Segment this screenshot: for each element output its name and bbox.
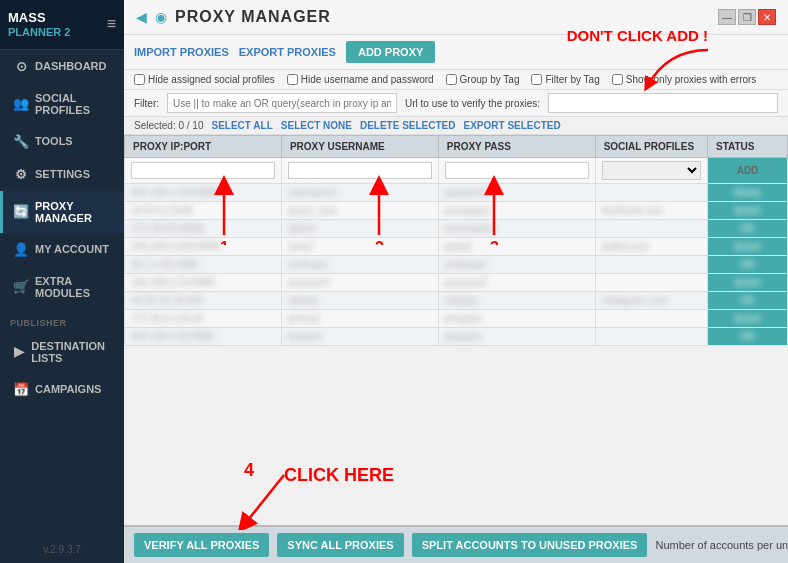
cell-ip: 10.1.1.50:1080	[125, 256, 282, 274]
table-row: 192.168.3.50:8080 lastuser lastpass OK	[125, 328, 788, 346]
sidebar-header: MASS PLANNER 2 ≡	[0, 0, 124, 50]
cell-username: lastuser	[281, 328, 438, 346]
cell-social: facebook.com	[595, 202, 707, 220]
hide-username-checkbox[interactable]	[287, 74, 298, 85]
social-select-cell[interactable]	[595, 158, 707, 184]
tools-icon: 🔧	[13, 134, 29, 149]
ip-input[interactable]	[131, 162, 275, 179]
cell-social	[595, 274, 707, 292]
accounts-label: Number of accounts per unused proxy	[655, 539, 788, 551]
status-cell[interactable]: OK	[708, 328, 788, 346]
status-cell[interactable]: Active	[708, 274, 788, 292]
cell-social	[595, 256, 707, 274]
sidebar-item-settings[interactable]: ⚙ SETTINGS	[0, 158, 124, 191]
status-cell[interactable]: Active	[708, 202, 788, 220]
sidebar-nav: ⊙ DASHBOARD 👥 SOCIAL PROFILES 🔧 TOOLS ⚙ …	[0, 50, 124, 536]
hamburger-menu[interactable]: ≡	[107, 15, 116, 33]
export-selected-link[interactable]: EXPORT SELECTED	[464, 120, 561, 131]
cell-pass: sockpass	[438, 256, 595, 274]
cell-pass: securepass	[438, 220, 595, 238]
import-proxies-link[interactable]: IMPORT PROXIES	[134, 46, 229, 58]
page-title: PROXY MANAGER	[175, 8, 331, 26]
add-row-button[interactable]: ADD	[708, 158, 788, 184]
select-all-link[interactable]: SELECT ALL	[212, 120, 273, 131]
status-cell[interactable]: OK	[708, 220, 788, 238]
split-accounts-button[interactable]: SPLIT ACCOUNTS TO UNUSED PROXIES	[412, 533, 648, 557]
social-select[interactable]	[602, 161, 701, 180]
option-show-only-errors[interactable]: Show only proxies with errors	[612, 74, 757, 85]
verify-all-button[interactable]: VERIFY ALL PROXIES	[134, 533, 269, 557]
show-only-errors-checkbox[interactable]	[612, 74, 623, 85]
table-row: 192.168.0.200:9090 user2 pass2 twitter.c…	[125, 238, 788, 256]
hide-assigned-checkbox[interactable]	[134, 74, 145, 85]
proxy-manager-icon: 🔄	[13, 204, 29, 219]
status-cell[interactable]: OK	[708, 292, 788, 310]
sidebar-item-proxy-manager[interactable]: 🔄 PROXY MANAGER	[0, 191, 124, 233]
delete-selected-link[interactable]: DELETE SELECTED	[360, 120, 456, 131]
status-cell[interactable]: OK	[708, 256, 788, 274]
status-cell[interactable]: Active	[708, 238, 788, 256]
my-account-icon: 👤	[13, 242, 29, 257]
bottom-bar: VERIFY ALL PROXIES SYNC ALL PROXIES SPLI…	[124, 525, 788, 563]
cell-username: user2	[281, 238, 438, 256]
cell-ip: 10.10.10.10:443	[125, 292, 282, 310]
main-content: ◀ ◉ PROXY MANAGER — ❐ ✕ DON'T CLICK ADD …	[124, 0, 788, 563]
pass-input-cell[interactable]	[438, 158, 595, 184]
sidebar-item-tools[interactable]: 🔧 TOOLS	[0, 125, 124, 158]
publisher-section-label: PUBLISHER	[0, 308, 124, 331]
ip-input-cell[interactable]	[125, 158, 282, 184]
select-none-link[interactable]: SELECT NONE	[281, 120, 352, 131]
export-proxies-link[interactable]: EXPORT PROXIES	[239, 46, 336, 58]
input-row: ADD	[125, 158, 788, 184]
filter-url-input[interactable]: http://www.bing.com/	[548, 93, 778, 113]
app-version: v.2.9.3.7	[0, 536, 124, 563]
nav-back-icon[interactable]: ◀	[136, 9, 147, 25]
sidebar-item-destination-lists[interactable]: ▶ DESTINATION LISTS	[0, 331, 124, 373]
sidebar-item-my-account[interactable]: 👤 MY ACCOUNT	[0, 233, 124, 266]
group-by-tag-checkbox[interactable]	[446, 74, 457, 85]
filter-input[interactable]	[167, 93, 397, 113]
close-button[interactable]: ✕	[758, 9, 776, 25]
add-proxy-button[interactable]: ADD PROXY	[346, 41, 435, 63]
option-hide-username[interactable]: Hide username and password	[287, 74, 434, 85]
cell-social	[595, 184, 707, 202]
options-row: Hide assigned social profiles Hide usern…	[124, 70, 788, 90]
cell-ip: 10.0.0.1:3128	[125, 202, 282, 220]
proxy-table: PROXY IP:PORT PROXY USERNAME PROXY PASS …	[124, 135, 788, 346]
sidebar-item-campaigns[interactable]: 📅 CAMPAIGNS	[0, 373, 124, 406]
filter-by-tag-checkbox[interactable]	[531, 74, 542, 85]
title-bar-left: ◀ ◉ PROXY MANAGER	[136, 8, 331, 26]
campaigns-icon: 📅	[13, 382, 29, 397]
option-filter-by-tag[interactable]: Filter by Tag	[531, 74, 599, 85]
cell-social	[595, 310, 707, 328]
pass-input[interactable]	[445, 162, 589, 179]
table-row: 10.10.10.10:443 ssluser sslpass instagra…	[125, 292, 788, 310]
maximize-button[interactable]: ❐	[738, 9, 756, 25]
option-group-by-tag[interactable]: Group by Tag	[446, 74, 520, 85]
username-input[interactable]	[288, 162, 432, 179]
sidebar-item-extra-modules[interactable]: 🛒 EXTRA MODULES	[0, 266, 124, 308]
bottom-area: 4 CLICK HERE VERIFY ALL PROXIES SYNC ALL…	[124, 525, 788, 563]
dashboard-icon: ⊙	[13, 59, 29, 74]
toolbar-area: DON'T CLICK ADD ! IMPORT PROXIES EXPORT …	[124, 35, 788, 70]
option-hide-assigned[interactable]: Hide assigned social profiles	[134, 74, 275, 85]
cell-pass: lastpass	[438, 328, 595, 346]
cell-ip: 192.168.3.50:8080	[125, 328, 282, 346]
col-proxy-ip: PROXY IP:PORT	[125, 136, 282, 158]
cell-pass: pxypass3	[438, 274, 595, 292]
table-row: 172.31.0.1:8118 privoxy privpass Active	[125, 310, 788, 328]
status-cell[interactable]: Active	[708, 184, 788, 202]
sidebar-item-dashboard[interactable]: ⊙ DASHBOARD	[0, 50, 124, 83]
username-input-cell[interactable]	[281, 158, 438, 184]
selected-count: Selected: 0 / 10	[134, 120, 204, 131]
sync-all-button[interactable]: SYNC ALL PROXIES	[277, 533, 403, 557]
sidebar-item-social-profiles[interactable]: 👥 SOCIAL PROFILES	[0, 83, 124, 125]
status-cell[interactable]: Active	[708, 310, 788, 328]
cell-ip: 192.168.1.100:8080	[125, 184, 282, 202]
toolbar: IMPORT PROXIES EXPORT PROXIES ADD PROXY	[124, 35, 788, 70]
minimize-button[interactable]: —	[718, 9, 736, 25]
cell-social	[595, 328, 707, 346]
cell-username: admin	[281, 220, 438, 238]
nav-forward-icon[interactable]: ◉	[155, 9, 167, 25]
app-logo: MASS PLANNER 2	[8, 10, 70, 39]
